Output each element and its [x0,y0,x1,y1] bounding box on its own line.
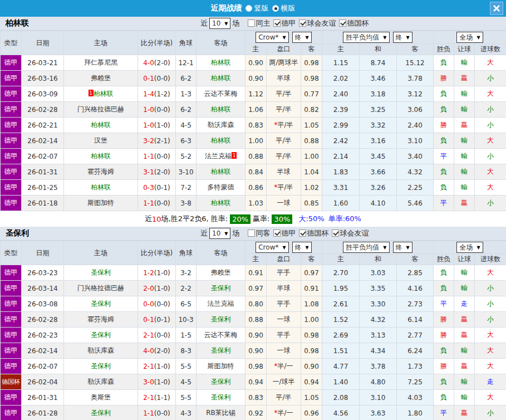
scope-select[interactable]: 全场▼ [456,242,483,253]
team-name[interactable]: 柏林联 [94,90,114,97]
team-name[interactable]: 柏林联 [211,168,231,175]
score: 2-1(1-1) [138,390,176,406]
team-name[interactable]: 圣保利 [91,362,111,370]
team-name[interactable]: 汉堡 [94,136,107,144]
result-goals: 小 [475,118,506,133]
team-name[interactable]: 柏林联 [91,121,111,129]
layout-radio-vertical[interactable]: 竖版 [245,3,269,13]
checkbox[interactable] [299,229,306,237]
games-count-select[interactable]: 10▼ [209,228,230,239]
away-team: 柏林联 [196,196,245,211]
filter-checkbox-3[interactable]: 德国杯 [337,18,369,28]
checkbox[interactable] [248,19,255,27]
team-name[interactable]: 斯图加特 [208,362,234,370]
team-name[interactable]: 奥斯堡 [91,393,111,401]
team-name[interactable]: 云达不莱梅 [204,90,238,97]
team-name[interactable]: 门兴格拉德巴赫 [77,105,124,113]
filter-checkbox-0[interactable]: 同客 [246,228,270,238]
away-odds: 0.90 [301,359,322,374]
odds-company-select[interactable]: Crow*▼ [256,242,288,253]
checkbox[interactable] [273,19,281,27]
team-name[interactable]: 弗赖堡 [211,268,231,276]
avg-draw: 3.35 [360,281,397,296]
team-name[interactable]: 柏林联 [211,199,231,207]
filter-checkbox-1[interactable]: 德甲 [272,18,296,28]
avg-draw: 8.74 [360,55,397,71]
team-name[interactable]: 霍芬海姆 [87,168,114,175]
games-count-select[interactable]: 10▼ [209,18,230,29]
checkbox[interactable] [332,229,339,237]
team-name[interactable]: 拜仁慕尼黑 [84,58,117,66]
handicap: 平/半 [267,149,301,164]
away-team: 法兰克福 [196,296,245,312]
result-handicap: 贏 [454,196,475,211]
team-name[interactable]: RB莱比锡 [206,409,235,417]
layout-radio-horizontal[interactable]: 横版 [272,3,296,13]
checkbox[interactable] [299,19,306,27]
result-goals: 大 [475,343,506,359]
team-name[interactable]: 云达不莱梅 [204,331,238,339]
filter-checkbox-1[interactable]: 德甲 [272,228,296,238]
checkbox[interactable] [248,229,255,237]
close-button[interactable] [490,2,503,15]
match-date: 26-03-23 [22,265,64,281]
team-name[interactable]: 勒沃库森 [87,378,114,385]
filter-checkbox-2[interactable]: 德国杯 [297,228,328,238]
team-name[interactable]: 多特蒙德 [208,183,234,191]
odds-time-select[interactable]: 终▼ [292,32,312,43]
home-team: 圣保利 [64,265,138,281]
radio-icon-selected[interactable] [272,5,279,12]
team-name[interactable]: 柏林联 [211,74,231,82]
team-name[interactable]: 圣保利 [91,268,111,276]
team-name[interactable]: 柏林联 [211,58,231,66]
avg-home: 2.70 [322,265,360,281]
result-wdl: 負 [434,180,454,196]
team-name[interactable]: 圣保利 [91,409,111,417]
team-name[interactable]: 弗赖堡 [91,74,111,82]
col-subheader: 主 [322,254,360,265]
avg-away: 15.12 [397,55,434,71]
team-name[interactable]: 勒沃库森 [208,121,234,129]
result-goals: 大 [475,180,506,196]
team-name[interactable]: 法兰克福 [205,152,232,160]
checkbox[interactable] [273,229,281,237]
team-name[interactable]: 圣保利 [211,393,231,401]
team-name[interactable]: 柏林联 [211,136,231,144]
col-subheader: 让球 [454,254,475,265]
team-name[interactable]: 法兰克福 [208,300,234,307]
odds-company-select[interactable]: Crow*▼ [256,32,288,43]
avg-away: 5.46 [397,196,434,211]
avg-time-select[interactable]: 终▼ [393,32,412,43]
team-name[interactable]: 门兴格拉德巴赫 [77,284,124,292]
odds-time-select[interactable]: 终▼ [292,242,312,253]
checkbox[interactable] [339,19,346,27]
team-name[interactable]: 柏林联 [91,152,111,160]
score: 0-0(0-0) [138,296,176,312]
team-name[interactable]: 圣保利 [211,346,231,354]
filter-checkbox-0[interactable]: 同主 [246,18,270,28]
avg-select[interactable]: 胜平负均值▼ [343,242,389,253]
team-name[interactable]: 柏林联 [211,105,231,113]
filter-checkbox-3[interactable]: 球会友谊 [330,228,369,238]
team-name[interactable]: 圣保利 [211,378,231,385]
col-subheader: 客 [397,44,434,55]
team-name[interactable]: 圣保利 [211,315,231,323]
radio-icon[interactable] [245,5,252,12]
corners: 5-5 [176,359,196,374]
col-header: 类型 [1,241,22,265]
scope-select[interactable]: 全场▼ [456,32,483,43]
filter-checkbox-2[interactable]: 球会友谊 [297,18,336,28]
team-name[interactable]: 柏林联 [91,183,111,191]
team-name[interactable]: 斯图加特 [87,199,114,207]
team-name[interactable]: 圣保利 [211,284,231,292]
avg-time-select[interactable]: 终▼ [393,242,412,253]
result-goals: 大 [475,359,506,374]
team-name[interactable]: 霍芬海姆 [87,315,114,323]
match-date: 26-01-25 [22,180,64,196]
avg-home: 1.95 [322,281,360,296]
team-name[interactable]: 勒沃库森 [87,346,114,354]
team-name[interactable]: 圣保利 [91,300,111,307]
avg-select[interactable]: 胜平负均值▼ [343,32,389,43]
avg-away: 6.24 [397,343,434,359]
team-name[interactable]: 圣保利 [91,331,111,339]
